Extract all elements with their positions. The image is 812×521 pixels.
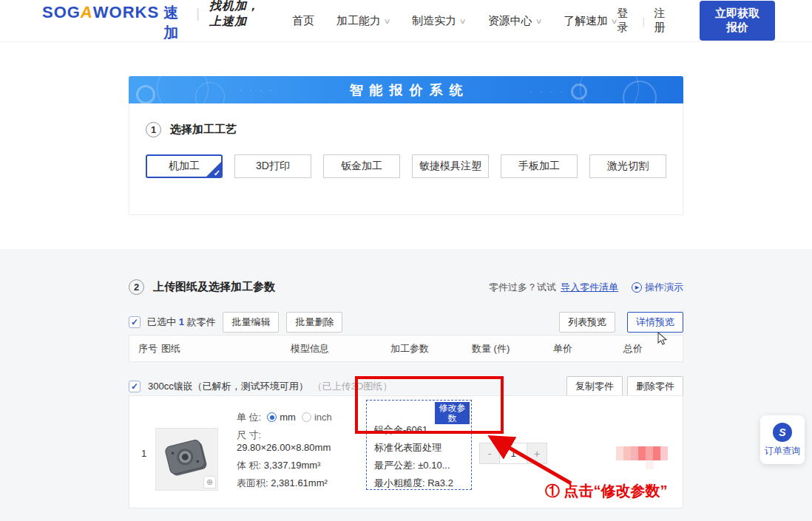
login-link[interactable]: 登录 bbox=[617, 7, 633, 35]
quote-system-card: · · · · · · · · 智能报价系统 1 选择加工工艺 机加工 ✓ 3D… bbox=[129, 76, 683, 215]
step1-number: 1 bbox=[146, 122, 161, 137]
tab-injection-molding[interactable]: 敏捷模具注塑 bbox=[412, 154, 489, 178]
nav-item-about[interactable]: 了解速加∨ bbox=[564, 14, 617, 28]
play-icon: ▶ bbox=[632, 282, 642, 293]
order-inquiry-label: 订单查询 bbox=[765, 445, 800, 457]
nav-item-home[interactable]: 首页 bbox=[292, 14, 314, 28]
banner-decoration bbox=[571, 84, 587, 100]
page: SOGAWORKS 速加 | 找机加，上速加 首页 加工能力∨ 制造实力∨ 资源… bbox=[0, 0, 812, 521]
col-drawing: 图纸 bbox=[161, 342, 291, 355]
area-row: 表面积: 2,381.61mm² bbox=[237, 477, 362, 489]
select-all-checkbox[interactable]: ✓ bbox=[129, 316, 141, 328]
logo-text-cn: 速加 bbox=[163, 3, 186, 43]
brand-tagline-wrap: | 找机加，上速加 bbox=[196, 0, 265, 30]
col-total-price: 总价 bbox=[623, 342, 643, 355]
param-tolerance: 最严公差: ±0.10... bbox=[374, 460, 453, 471]
volume-row: 体 积: 3,337.19mm³ bbox=[237, 459, 362, 471]
banner-decoration bbox=[195, 82, 225, 103]
selection-controls: ✓ 已选中 1 款零件 批量编辑 批量删除 列表预览 详情预览 bbox=[129, 312, 683, 333]
step2-number: 2 bbox=[129, 279, 144, 295]
selected-count-text: 已选中 1 款零件 bbox=[147, 316, 215, 329]
divider: | bbox=[642, 15, 645, 27]
part-row-actions: 复制零件 删除零件 bbox=[566, 376, 683, 397]
preview-toggle-group: 列表预览 详情预览 bbox=[552, 312, 683, 333]
logo-letter-a-icon: A bbox=[79, 3, 95, 22]
tab-prototype[interactable]: 手板加工 bbox=[501, 154, 578, 178]
brand-logo[interactable]: SOGAWORKS 速加 | 找机加，上速加 bbox=[42, 0, 265, 43]
process-tabs: 机加工 ✓ 3D打印 钣金加工 敏捷模具注塑 手板加工 激光切割 bbox=[146, 154, 666, 178]
too-many-parts-hint: 零件过多？试试 bbox=[489, 281, 556, 294]
model-info: 单 位:mminch 尺 寸: 29.80×26.00×8.80mm 体 积: … bbox=[237, 411, 362, 494]
top-navigation-bar: SOGAWORKS 速加 | 找机加，上速加 首页 加工能力∨ 制造实力∨ 资源… bbox=[0, 0, 812, 42]
col-quantity: 数量 (件) bbox=[472, 342, 553, 355]
import-parts-link[interactable]: 导入零件清单 bbox=[561, 281, 618, 294]
tab-laser-cutting[interactable]: 激光切割 bbox=[589, 154, 666, 178]
step2-header: 2 上传图纸及选择加工参数 零件过多？试试 导入零件清单 ▶ 操作演示 bbox=[129, 279, 683, 295]
unit-mm-label: mm bbox=[280, 412, 296, 423]
radio-mm[interactable] bbox=[267, 412, 277, 422]
param-list: 铝合金-6061 标准化表面处理 最严公差: ±0.10... 最小粗糙度: R… bbox=[374, 425, 453, 496]
size-row: 尺 寸: 29.80×26.00×8.80mm bbox=[237, 429, 362, 454]
part-thumbnail[interactable]: ⊕ bbox=[155, 428, 218, 491]
step2-title-row: 2 上传图纸及选择加工参数 bbox=[129, 279, 275, 295]
banner-decoration bbox=[136, 85, 155, 103]
volume-value: 3,337.19mm³ bbox=[264, 460, 321, 471]
selected-count-number: 1 bbox=[179, 316, 184, 327]
banner-decoration: · · · · bbox=[530, 88, 566, 95]
batch-delete-button[interactable]: 批量删除 bbox=[286, 312, 342, 333]
tab-cnc-machining[interactable]: 机加工 ✓ bbox=[146, 154, 223, 178]
demo-label: 操作演示 bbox=[645, 281, 683, 294]
chevron-down-icon: ∨ bbox=[611, 17, 618, 25]
detail-preview-button[interactable]: 详情预览 bbox=[627, 312, 683, 333]
nav-item-manufacturing[interactable]: 制造实力∨ bbox=[412, 14, 465, 28]
chevron-down-icon: ∨ bbox=[384, 17, 391, 25]
list-preview-button[interactable]: 列表预览 bbox=[559, 312, 615, 333]
banner-title: 智能报价系统 bbox=[343, 81, 470, 99]
part-name: 300cc镶嵌（已解析，测试环境可用） bbox=[148, 380, 308, 393]
get-quote-button[interactable]: 立即获取报价 bbox=[700, 1, 775, 41]
banner: · · · · · · · · 智能报价系统 bbox=[129, 76, 683, 103]
divider: | bbox=[196, 6, 200, 21]
demo-link[interactable]: ▶ 操作演示 bbox=[632, 281, 683, 294]
annotation-text: ① 点击“修改参数” bbox=[545, 481, 668, 501]
delete-part-button[interactable]: 删除零件 bbox=[627, 376, 683, 397]
chevron-down-icon: ∨ bbox=[535, 17, 542, 25]
auth-area: 登录 | 注册 立即获取报价 bbox=[617, 1, 775, 41]
check-icon: ✓ bbox=[131, 381, 138, 392]
chevron-down-icon: ∨ bbox=[459, 17, 467, 25]
order-inquiry-widget[interactable]: S 订单查询 bbox=[760, 415, 805, 464]
zoom-magnifier-icon[interactable]: ⊕ bbox=[203, 476, 216, 488]
tab-sheet-metal[interactable]: 钣金加工 bbox=[323, 154, 400, 178]
copy-part-button[interactable]: 复制零件 bbox=[566, 376, 623, 397]
col-model-info: 模型信息 bbox=[291, 342, 390, 355]
check-icon: ✓ bbox=[214, 168, 220, 178]
main-nav: 首页 加工能力∨ 制造实力∨ 资源中心∨ 了解速加∨ bbox=[292, 14, 617, 28]
step1-title: 选择加工工艺 bbox=[170, 123, 237, 137]
radio-inch[interactable] bbox=[302, 412, 311, 422]
logo-text-sog: SOG bbox=[42, 3, 81, 22]
col-unit-price: 单价 bbox=[553, 342, 623, 355]
nav-item-capabilities[interactable]: 加工能力∨ bbox=[336, 14, 390, 28]
param-roughness: 最小粗糙度: Ra3.2 bbox=[374, 478, 453, 488]
step1-header: 1 选择加工工艺 bbox=[146, 122, 666, 137]
tab-3d-printing[interactable]: 3D打印 bbox=[234, 154, 311, 178]
register-link[interactable]: 注册 bbox=[654, 7, 670, 35]
order-icon: S bbox=[773, 423, 792, 442]
process-select-body: 1 选择加工工艺 机加工 ✓ 3D打印 钣金加工 敏捷模具注塑 手板加工 激光切… bbox=[129, 103, 683, 215]
col-index: 序号 bbox=[129, 342, 161, 355]
batch-edit-button[interactable]: 批量编辑 bbox=[223, 312, 279, 333]
unit-inch-label: inch bbox=[314, 412, 332, 423]
logo-text-works: WORKS bbox=[93, 3, 159, 22]
part-index: 1 bbox=[141, 448, 146, 459]
parts-table-header: 序号 图纸 模型信息 加工参数 数量 (件) 单价 总价 bbox=[129, 335, 683, 362]
area-value: 2,381.61mm² bbox=[271, 477, 328, 488]
price-redacted-mosaic bbox=[646, 460, 654, 469]
mouse-cursor-icon bbox=[657, 332, 669, 347]
size-value: 29.80×26.00×8.80mm bbox=[237, 442, 331, 453]
param-surface: 标准化表面处理 bbox=[374, 443, 453, 453]
step2-right-links: 零件过多？试试 导入零件清单 ▶ 操作演示 bbox=[489, 281, 683, 294]
part-checkbox[interactable]: ✓ bbox=[129, 381, 141, 392]
nav-item-resources[interactable]: 资源中心∨ bbox=[488, 14, 541, 28]
brand-tagline: 找机加，上速加 bbox=[209, 0, 265, 30]
price-redacted-mosaic bbox=[616, 446, 668, 460]
